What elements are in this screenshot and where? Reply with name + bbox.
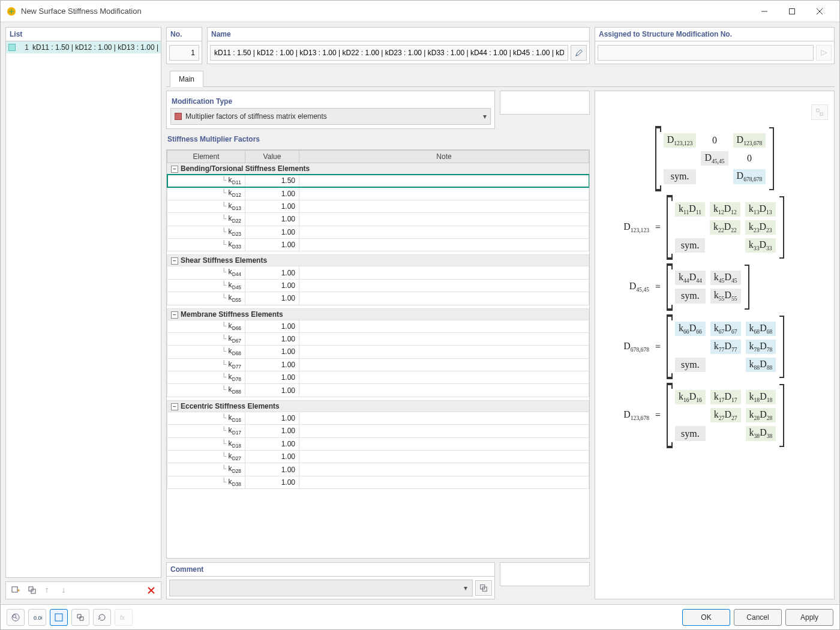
sort-desc-button[interactable] — [59, 583, 73, 598]
table-row[interactable]: └ kD441.00 — [167, 266, 589, 279]
cell-note[interactable] — [299, 187, 589, 200]
assigned-field[interactable] — [598, 45, 814, 61]
sort-asc-button[interactable] — [42, 583, 56, 598]
cell-value[interactable]: 1.00 — [245, 358, 299, 371]
table-row[interactable]: └ kD121.00 — [167, 187, 589, 200]
table-row[interactable]: └ kD111.50 — [167, 175, 589, 187]
cell-note[interactable] — [299, 266, 589, 279]
footer-grid-button[interactable] — [50, 609, 68, 626]
cell-note[interactable] — [299, 425, 589, 437]
table-row[interactable]: └ kD781.00 — [167, 371, 589, 384]
cell-note[interactable] — [299, 437, 589, 450]
cell-value[interactable]: 1.00 — [245, 320, 299, 332]
cell-note[interactable] — [299, 238, 589, 251]
cell-note[interactable] — [299, 451, 589, 463]
expander-icon[interactable]: − — [171, 311, 178, 319]
cell-value[interactable]: 1.00 — [245, 371, 299, 384]
cell-value[interactable]: 1.00 — [245, 226, 299, 238]
cell-value[interactable]: 1.00 — [245, 213, 299, 226]
matrix-extra-button[interactable] — [811, 104, 828, 120]
table-row[interactable]: └ kD671.00 — [167, 332, 589, 345]
mod-type-combo[interactable]: Multiplier factors of stiffness matrix e… — [170, 108, 491, 125]
table-row[interactable]: └ kD881.00 — [167, 384, 589, 397]
cell-value[interactable]: 1.00 — [245, 463, 299, 476]
expander-icon[interactable]: − — [171, 257, 178, 265]
cell-note[interactable] — [299, 320, 589, 332]
table-row[interactable]: └ kD231.00 — [167, 226, 589, 238]
assigned-pick-button[interactable] — [816, 45, 832, 61]
table-row[interactable]: └ kD221.00 — [167, 213, 589, 226]
expander-icon[interactable]: − — [171, 403, 178, 410]
cell-value[interactable]: 1.00 — [245, 332, 299, 345]
table-row[interactable]: └ kD281.00 — [167, 463, 589, 476]
cell-value[interactable]: 1.00 — [245, 451, 299, 463]
expander-icon[interactable]: − — [171, 166, 178, 173]
cell-note[interactable] — [299, 346, 589, 358]
cell-value[interactable]: 1.00 — [245, 279, 299, 292]
window-maximize-button[interactable] — [778, 2, 806, 20]
table-row[interactable]: └ kD451.00 — [167, 279, 589, 292]
cell-note[interactable] — [299, 332, 589, 345]
table-row[interactable]: └ kD661.00 — [167, 320, 589, 332]
cell-note[interactable] — [299, 371, 589, 384]
cell-value[interactable]: 1.00 — [245, 384, 299, 397]
footer-refresh-button[interactable] — [93, 609, 111, 626]
factors-table[interactable]: Element Value Note −Bending/Torsional St… — [167, 150, 589, 493]
delete-item-button[interactable] — [144, 583, 158, 598]
tab-main[interactable]: Main — [170, 71, 203, 87]
window-close-button[interactable] — [806, 2, 833, 20]
new-item-button[interactable] — [8, 583, 23, 598]
name-edit-button[interactable] — [571, 45, 587, 61]
table-row[interactable]: └ kD331.00 — [167, 238, 589, 251]
cell-value[interactable]: 1.00 — [245, 238, 299, 251]
cell-note[interactable] — [299, 476, 589, 488]
group-header[interactable]: −Eccentric Stiffness Elements — [167, 400, 589, 412]
cell-note[interactable] — [299, 292, 589, 305]
footer-copy-button[interactable] — [71, 609, 89, 626]
cell-value[interactable]: 1.00 — [245, 200, 299, 212]
cell-note[interactable] — [299, 175, 589, 187]
cell-value[interactable]: 1.00 — [245, 266, 299, 279]
comment-pick-button[interactable] — [475, 580, 492, 596]
table-row[interactable]: └ kD171.00 — [167, 425, 589, 437]
copy-item-button[interactable] — [25, 583, 40, 598]
comment-field[interactable] — [172, 580, 461, 596]
footer-fx-button[interactable]: fx — [115, 609, 133, 626]
cell-note[interactable] — [299, 384, 589, 397]
table-row[interactable]: └ kD551.00 — [167, 292, 589, 305]
cell-note[interactable] — [299, 279, 589, 292]
footer-help-button[interactable] — [7, 609, 25, 626]
ok-button[interactable]: OK — [682, 609, 730, 626]
cell-note[interactable] — [299, 213, 589, 226]
cell-note[interactable] — [299, 463, 589, 476]
comment-combo[interactable]: ▾ — [169, 580, 473, 596]
no-field[interactable] — [169, 45, 199, 61]
group-header[interactable]: −Bending/Torsional Stiffness Elements — [167, 163, 589, 175]
name-field[interactable] — [210, 45, 568, 61]
cell-value[interactable]: 1.50 — [245, 175, 299, 187]
cell-value[interactable]: 1.00 — [245, 346, 299, 358]
cell-value[interactable]: 1.00 — [245, 437, 299, 450]
cell-value[interactable]: 1.00 — [245, 292, 299, 305]
cancel-button[interactable]: Cancel — [734, 609, 782, 626]
group-header[interactable]: −Shear Stiffness Elements — [167, 255, 589, 266]
cell-value[interactable]: 1.00 — [245, 425, 299, 437]
table-row[interactable]: └ kD181.00 — [167, 437, 589, 450]
list-body[interactable]: 1 kD11 : 1.50 | kD12 : 1.00 | kD13 : 1.0… — [6, 41, 161, 577]
apply-button[interactable]: Apply — [785, 609, 833, 626]
group-header[interactable]: −Membrane Stiffness Elements — [167, 308, 589, 320]
table-row[interactable]: └ kD131.00 — [167, 200, 589, 212]
table-row[interactable]: └ kD771.00 — [167, 358, 589, 371]
table-row[interactable]: └ kD381.00 — [167, 476, 589, 488]
window-minimize-button[interactable] — [751, 2, 778, 20]
table-row[interactable]: └ kD681.00 — [167, 346, 589, 358]
cell-note[interactable] — [299, 358, 589, 371]
cell-note[interactable] — [299, 226, 589, 238]
list-item[interactable]: 1 kD11 : 1.50 | kD12 : 1.00 | kD13 : 1.0… — [6, 41, 161, 53]
table-row[interactable]: └ kD271.00 — [167, 451, 589, 463]
footer-units-button[interactable]: 0.00 — [28, 609, 46, 626]
cell-value[interactable]: 1.00 — [245, 476, 299, 488]
cell-value[interactable]: 1.00 — [245, 412, 299, 424]
cell-value[interactable]: 1.00 — [245, 187, 299, 200]
cell-note[interactable] — [299, 412, 589, 424]
